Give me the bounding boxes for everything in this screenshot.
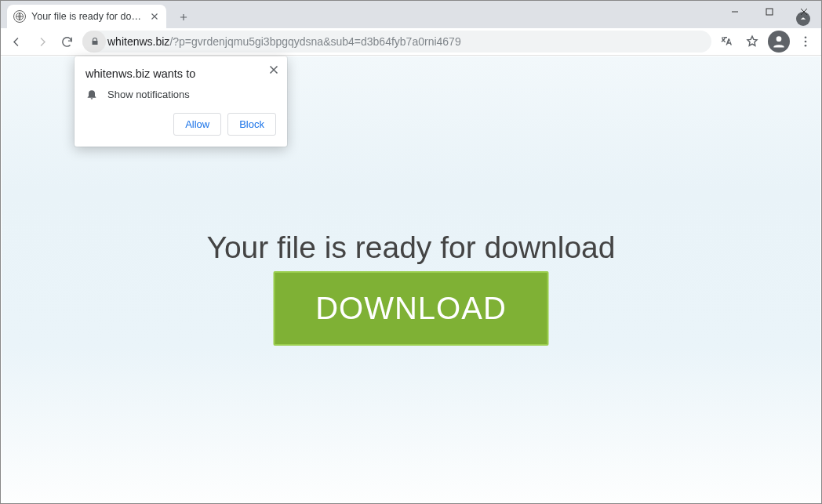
svg-point-2 <box>777 36 782 42</box>
bookmark-icon[interactable] <box>741 31 763 53</box>
close-tab-icon[interactable] <box>149 11 160 22</box>
lock-icon <box>90 37 100 46</box>
back-button[interactable] <box>5 31 27 53</box>
notification-permission-dialog: whitenws.biz wants to Show notifications… <box>75 56 287 147</box>
reload-button[interactable] <box>56 31 78 53</box>
browser-tab[interactable]: Your file is ready for download <box>7 5 166 28</box>
permission-origin-text: whitenws.biz wants to <box>85 67 276 80</box>
allow-button[interactable]: Allow <box>173 113 221 136</box>
permission-capability-text: Show notifications <box>107 89 190 100</box>
site-info-chip[interactable] <box>82 31 106 53</box>
svg-point-4 <box>805 41 807 43</box>
tab-title: Your file is ready for download <box>31 11 144 22</box>
new-tab-button[interactable] <box>173 6 195 28</box>
minimize-button[interactable] <box>718 1 752 23</box>
maximize-button[interactable] <box>752 1 787 23</box>
svg-rect-1 <box>766 9 773 15</box>
bell-icon <box>85 88 98 100</box>
translate-icon[interactable] <box>716 31 738 53</box>
address-bar[interactable]: whitenws.biz/?p=gvrdenjqmu5gi3bpgqydsna&… <box>82 31 711 53</box>
block-button[interactable]: Block <box>227 113 276 136</box>
tab-strip: Your file is ready for download <box>1 1 821 28</box>
download-button[interactable]: DOWNLOAD <box>274 271 549 346</box>
close-dialog-button[interactable] <box>267 63 281 77</box>
svg-point-5 <box>805 45 807 47</box>
page-headline: Your file is ready for download <box>2 230 820 265</box>
window-controls <box>718 1 821 23</box>
forward-button[interactable] <box>31 31 53 53</box>
globe-icon <box>13 10 26 23</box>
url-host: whitenws.biz <box>107 35 169 48</box>
profile-avatar[interactable] <box>768 31 790 53</box>
close-window-button[interactable] <box>787 1 821 23</box>
browser-toolbar: whitenws.biz/?p=gvrdenjqmu5gi3bpgqydsna&… <box>1 28 821 56</box>
svg-point-3 <box>805 36 807 38</box>
menu-icon[interactable] <box>795 31 817 53</box>
url-path: /?p=gvrdenjqmu5gi3bpgqydsna&sub4=d3b64fy… <box>169 35 460 48</box>
